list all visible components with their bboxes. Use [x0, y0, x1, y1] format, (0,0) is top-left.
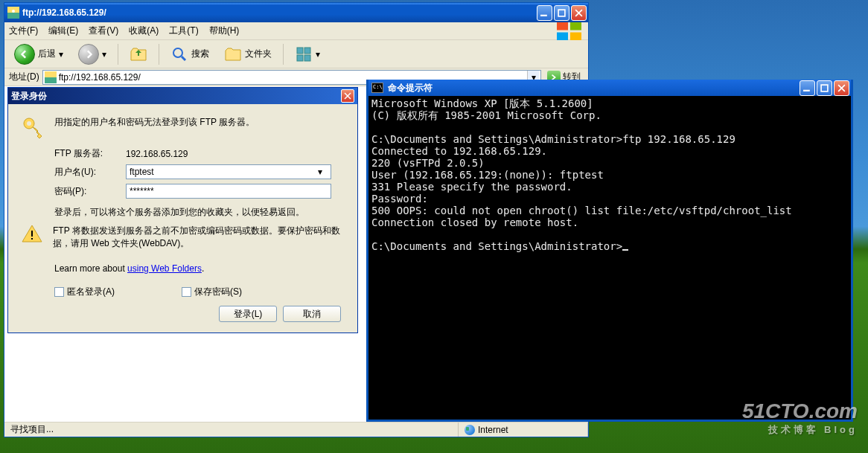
- anonymous-checkbox[interactable]: 匿名登录(A): [54, 286, 115, 298]
- chevron-down-icon: ▾: [59, 49, 63, 60]
- windows-flag-icon: [557, 24, 584, 39]
- toolbar: 后退 ▾ ▾ 搜索: [4, 40, 588, 68]
- svg-rect-15: [45, 77, 57, 83]
- search-icon: [170, 45, 188, 63]
- menu-bar: 文件(F) 编辑(E) 查看(V) 收藏(A) 工具(T) 帮助(H): [4, 22, 588, 40]
- menu-edit[interactable]: 编辑(E): [48, 25, 78, 37]
- web-folders-link[interactable]: using Web Folders: [127, 263, 202, 274]
- username-input[interactable]: [126, 164, 331, 179]
- svg-rect-11: [304, 48, 310, 54]
- save-password-checkbox[interactable]: 保存密码(S): [182, 286, 242, 298]
- back-button[interactable]: 后退 ▾: [9, 42, 68, 67]
- cancel-button[interactable]: 取消: [283, 306, 341, 322]
- close-button[interactable]: [571, 5, 587, 21]
- username-label: 用户名(U):: [54, 166, 126, 179]
- svg-rect-5: [557, 22, 568, 30]
- views-button[interactable]: ▾: [290, 43, 325, 65]
- forward-button[interactable]: ▾: [73, 42, 112, 67]
- cmd-maximize-button[interactable]: [817, 80, 832, 96]
- cmd-minimize-button[interactable]: [800, 80, 815, 96]
- chevron-down-icon: ▾: [102, 49, 106, 60]
- cmd-close-button[interactable]: [834, 80, 849, 96]
- svg-rect-7: [557, 32, 568, 40]
- address-icon: [45, 71, 57, 83]
- keys-icon: [22, 116, 45, 140]
- status-zone: Internet: [459, 423, 588, 437]
- server-label: FTP 服务器:: [54, 147, 126, 160]
- learn-more: Learn more about using Web Folders.: [54, 263, 344, 274]
- cmd-titlebar[interactable]: 命令提示符: [368, 80, 851, 96]
- folder-icon: [224, 45, 242, 63]
- forward-arrow-icon: [78, 44, 99, 65]
- checkbox-icon: [54, 287, 64, 297]
- svg-point-17: [27, 121, 31, 126]
- dialog-titlebar[interactable]: 登录身份: [8, 88, 357, 104]
- svg-rect-4: [558, 10, 565, 16]
- views-icon: [295, 45, 313, 63]
- svg-rect-18: [31, 231, 33, 237]
- menu-view[interactable]: 查看(V): [89, 25, 118, 37]
- login-button[interactable]: 登录(L): [219, 306, 277, 322]
- folder-up-icon: [130, 45, 147, 63]
- command-prompt-window: 命令提示符 Microsoft Windows XP [版本 5.1.2600]…: [366, 80, 853, 422]
- dialog-title: 登录身份: [11, 90, 341, 103]
- back-arrow-icon: [14, 44, 35, 65]
- svg-point-2: [12, 10, 15, 13]
- password-label: 密码(P):: [54, 185, 126, 198]
- svg-rect-19: [31, 238, 33, 240]
- explorer-title: ftp://192.168.65.129/: [22, 7, 537, 18]
- address-label: 地址(D): [9, 71, 39, 83]
- svg-point-9: [173, 48, 182, 57]
- maximize-button[interactable]: [554, 5, 569, 21]
- warning-icon: [22, 225, 42, 242]
- explorer-title-icon: [7, 7, 19, 19]
- svg-rect-21: [821, 85, 828, 91]
- search-button[interactable]: 搜索: [165, 43, 214, 65]
- svg-rect-8: [570, 32, 581, 40]
- cmd-icon: [371, 83, 383, 93]
- menu-file[interactable]: 文件(F): [9, 25, 38, 37]
- svg-rect-12: [297, 55, 303, 61]
- svg-rect-6: [570, 22, 581, 30]
- password-input[interactable]: [126, 184, 331, 199]
- chevron-down-icon[interactable]: ▾: [318, 167, 322, 177]
- menu-fav[interactable]: 收藏(A): [129, 25, 159, 37]
- dialog-main-message: 用指定的用户名和密码无法登录到该 FTP 服务器。: [54, 116, 255, 129]
- menu-help[interactable]: 帮助(H): [209, 25, 240, 37]
- status-find: 寻找项目...: [4, 423, 459, 437]
- login-dialog: 登录身份 用指定的用户名和密码无法登录到该 FTP 服务器。 FTP 服务器: …: [7, 87, 358, 333]
- checkbox-icon: [182, 287, 191, 297]
- webdav-hint: FTP 将数据发送到服务器之前不加密或编码密码或数据。要保护密码和数据，请用 W…: [53, 225, 344, 250]
- status-bar: 寻找项目... Internet: [4, 422, 588, 437]
- menu-tools[interactable]: 工具(T): [169, 25, 198, 37]
- svg-rect-20: [803, 89, 810, 91]
- svg-rect-13: [304, 55, 310, 61]
- svg-rect-10: [297, 48, 303, 54]
- svg-rect-1: [7, 13, 19, 19]
- up-button[interactable]: [124, 43, 153, 65]
- favorite-hint: 登录后，可以将这个服务器添加到您的收藏夹，以便轻易返回。: [54, 206, 344, 219]
- dialog-close-button[interactable]: [341, 89, 354, 103]
- explorer-titlebar[interactable]: ftp://192.168.65.129/: [4, 3, 588, 22]
- chevron-down-icon: ▾: [316, 49, 320, 60]
- cmd-output[interactable]: Microsoft Windows XP [版本 5.1.2600] (C) 版…: [368, 96, 851, 420]
- globe-icon: [465, 425, 475, 435]
- svg-rect-3: [540, 14, 547, 16]
- cmd-title: 命令提示符: [388, 82, 800, 94]
- minimize-button[interactable]: [537, 5, 552, 21]
- folders-button[interactable]: 文件夹: [219, 43, 277, 65]
- server-value: 192.168.65.129: [126, 149, 188, 159]
